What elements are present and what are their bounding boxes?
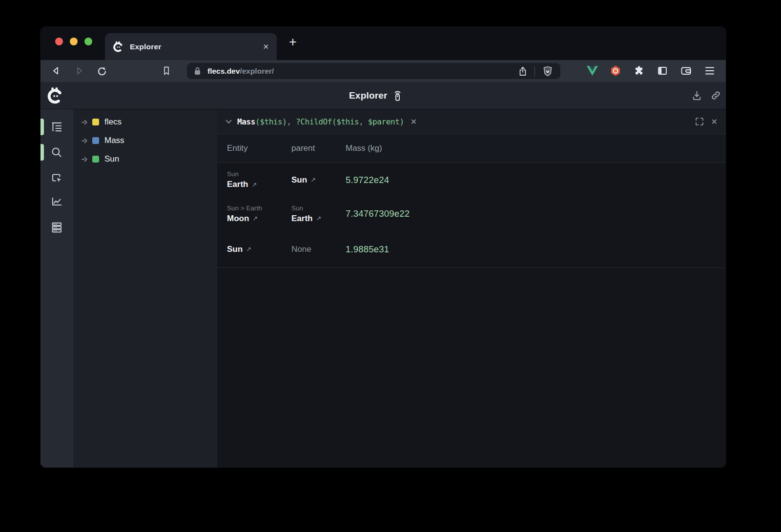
query-bar[interactable]: Mass($this), ?ChildOf($this, $parent) ✕ … — [217, 109, 726, 134]
wallet-icon[interactable] — [680, 65, 692, 77]
result-table-body: Sun Earth↗ Sun↗ 5.9722e24 Sun > Ear — [217, 163, 726, 268]
external-link-icon: ↗ — [316, 215, 321, 222]
bookmark-icon[interactable] — [161, 65, 172, 77]
tab-title: Explorer — [130, 42, 162, 51]
parent-link[interactable]: Earth↗ — [291, 214, 346, 224]
forward-icon[interactable] — [73, 65, 85, 77]
tree-item-label: flecs — [104, 117, 122, 127]
entity-color-swatch — [92, 119, 99, 125]
tree-item-sun[interactable]: Sun — [73, 150, 217, 168]
brave-shield-icon[interactable] — [542, 65, 554, 77]
sidebar-toggle-icon[interactable] — [657, 65, 668, 77]
tree-item-mass[interactable]: Mass — [73, 131, 217, 150]
entity-link[interactable]: Sun↗ — [227, 245, 291, 254]
column-header-mass: Mass (kg) — [346, 143, 382, 153]
external-link-icon: ↗ — [251, 181, 257, 188]
tree-item-flecs[interactable]: flecs — [73, 113, 217, 131]
hexagon-extension-icon[interactable] — [610, 65, 621, 77]
tab-close-icon[interactable]: ✕ — [263, 42, 269, 51]
column-header-parent: parent — [291, 143, 346, 153]
sidebar-rail — [41, 109, 73, 468]
fullscreen-icon[interactable] — [695, 117, 704, 126]
query-token: , — [287, 117, 296, 126]
tree-item-label: Sun — [104, 154, 119, 164]
browser-toolbar: flecs.dev/explorer/ — [41, 60, 726, 82]
inspector-icon[interactable] — [50, 172, 63, 184]
entity-tree-panel: flecs Mass Sun — [73, 109, 217, 468]
link-icon[interactable] — [710, 90, 721, 101]
query-token: Mass — [237, 117, 255, 126]
table-row: Sun Earth↗ Sun↗ 5.9722e24 — [217, 163, 726, 197]
download-icon[interactable] — [691, 90, 702, 101]
table-row: Sun↗ None 1.9885e31 — [217, 231, 726, 267]
minimize-window-button[interactable] — [70, 38, 78, 45]
entity-link[interactable]: Moon↗ — [227, 214, 291, 224]
menu-icon[interactable] — [704, 66, 715, 76]
parent-link[interactable]: Sun↗ — [291, 175, 346, 185]
query-panel: Mass($this), ?ChildOf($this, $parent) ✕ … — [217, 109, 726, 468]
back-icon[interactable] — [50, 65, 62, 77]
query-token: ?ChildOf($this — [296, 117, 359, 126]
url-domain: flecs.dev — [207, 67, 240, 76]
close-panel-icon[interactable]: ✕ — [711, 117, 718, 126]
new-tab-button[interactable]: + — [285, 35, 301, 50]
column-header-entity: Entity — [227, 143, 291, 153]
entity-path: Sun > Earth — [227, 205, 291, 212]
modules-list-icon[interactable] — [50, 221, 63, 234]
mass-value: 1.9885e31 — [346, 244, 389, 255]
expand-arrow-icon[interactable] — [82, 157, 89, 162]
expand-arrow-icon[interactable] — [82, 120, 89, 125]
lock-icon — [194, 67, 201, 75]
stats-chart-icon[interactable] — [50, 195, 63, 208]
url-bar[interactable]: flecs.dev/explorer/ — [187, 63, 560, 79]
extensions-puzzle-icon[interactable] — [633, 65, 645, 77]
url-path: /explorer/ — [240, 67, 274, 76]
external-link-icon: ↗ — [310, 176, 316, 184]
entity-color-swatch — [92, 137, 99, 144]
mass-value: 7.34767309e22 — [346, 208, 410, 219]
flecs-logo-icon[interactable] — [47, 87, 64, 104]
active-indicator-search — [41, 144, 44, 161]
external-link-icon: ↗ — [252, 215, 258, 222]
zoom-window-button[interactable] — [84, 38, 92, 45]
tab-explorer[interactable]: Explorer ✕ — [105, 33, 277, 60]
remote-connection-icon[interactable] — [392, 90, 403, 101]
result-table-header: Entity parent Mass (kg) — [217, 134, 726, 163]
entity-path: Sun — [227, 170, 291, 178]
query-expression[interactable]: Mass($this), ?ChildOf($this, $parent) — [237, 117, 404, 126]
active-indicator-tree — [41, 119, 44, 135]
table-row: Sun > Earth Moon↗ Sun Earth↗ 7.34767309e… — [217, 197, 726, 231]
tree-view-icon[interactable] — [50, 121, 63, 133]
clear-query-icon[interactable]: ✕ — [411, 117, 417, 126]
query-token: , — [359, 117, 363, 126]
external-link-icon: ↗ — [246, 246, 251, 253]
browser-window: Explorer ✕ + fle — [41, 27, 726, 468]
entity-link[interactable]: Earth↗ — [227, 180, 291, 189]
search-icon[interactable] — [50, 146, 63, 159]
app-header: Explorer — [41, 82, 726, 109]
reload-icon[interactable] — [96, 65, 108, 77]
share-icon[interactable] — [518, 66, 528, 77]
expand-arrow-icon[interactable] — [82, 138, 89, 143]
query-token: ($this) — [255, 117, 287, 126]
parent-path: Sun — [291, 205, 346, 212]
vue-devtools-icon[interactable] — [586, 65, 598, 76]
toolbar-separator — [534, 66, 535, 76]
chevron-down-icon[interactable] — [226, 120, 232, 124]
entity-color-swatch — [92, 156, 99, 163]
parent-none: None — [291, 245, 346, 254]
tab-bar: Explorer ✕ + — [41, 27, 726, 60]
traffic-lights — [55, 38, 92, 45]
close-window-button[interactable] — [55, 38, 63, 45]
mass-value: 5.9722e24 — [346, 175, 389, 185]
query-token: $parent) — [364, 117, 404, 126]
page-title: Explorer — [349, 82, 403, 109]
flecs-favicon-icon — [113, 41, 124, 52]
tree-item-label: Mass — [104, 136, 124, 145]
